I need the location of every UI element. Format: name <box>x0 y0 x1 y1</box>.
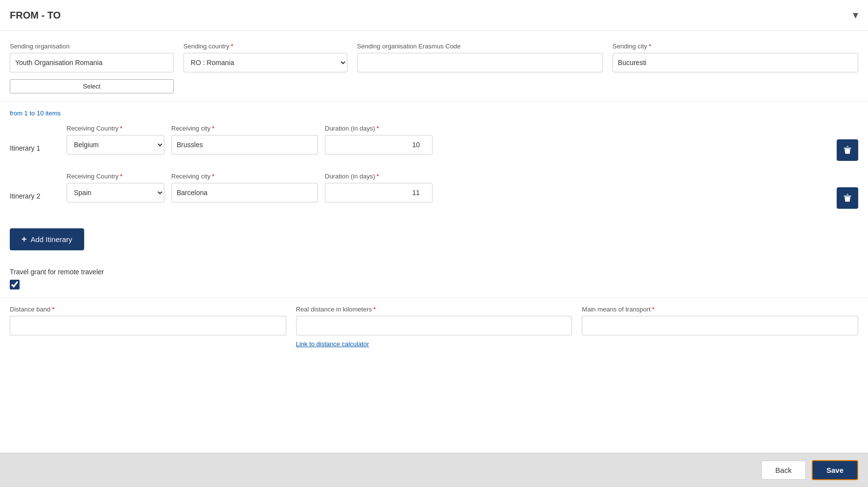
transport-label: Main means of transport* <box>582 306 858 313</box>
duration-group-1: Duration (in days)* <box>325 125 433 155</box>
sending-organisation-label: Sending organisation <box>10 43 174 50</box>
transport-input[interactable] <box>582 316 858 335</box>
trash-icon <box>843 193 852 203</box>
itinerary-2-fields: Receiving Country* Belgium Spain Romania… <box>67 173 829 202</box>
real-distance-label: Real distance in kilometers* <box>296 306 572 313</box>
add-itinerary-label: Add Itinerary <box>31 235 72 244</box>
travel-grant-checkbox[interactable] <box>10 280 20 289</box>
sending-city-label: Sending city* <box>613 43 858 50</box>
distance-band-input[interactable] <box>10 316 286 335</box>
sending-organisation-input[interactable] <box>10 53 174 72</box>
receiving-country-label-1: Receiving Country* <box>67 125 164 132</box>
travel-grant-checkbox-wrapper <box>10 280 858 289</box>
delete-itinerary-2-button[interactable] <box>837 187 858 209</box>
chevron-down-icon: ▾ <box>853 9 858 22</box>
itinerary-1-fields: Receiving Country* Belgium Spain Romania… <box>67 125 829 155</box>
sending-organisation-group: Sending organisation Select <box>10 43 174 93</box>
sending-country-group: Sending country* RO : Romania BE : Belgi… <box>183 43 347 72</box>
from-to-section-header[interactable]: FROM - TO ▾ <box>0 0 868 31</box>
add-itinerary-section: + Add Itinerary <box>0 224 868 260</box>
travel-grant-section: Travel grant for remote traveler <box>0 260 868 297</box>
footer-bar: Back Save <box>0 453 868 487</box>
distance-calculator-link[interactable]: Link to distance calculator <box>296 340 572 348</box>
trash-icon <box>843 145 852 155</box>
receiving-country-group-1: Receiving Country* Belgium Spain Romania… <box>67 125 164 155</box>
add-itinerary-button[interactable]: + Add Itinerary <box>10 228 84 250</box>
travel-grant-label: Travel grant for remote traveler <box>10 268 858 276</box>
sending-form-section: Sending organisation Select Sending coun… <box>0 31 868 102</box>
duration-group-2: Duration (in days)* <box>325 173 433 202</box>
distance-band-group: Distance band* <box>10 306 286 335</box>
receiving-city-label-2: Receiving city* <box>171 173 318 180</box>
itinerary-label-2: Itinerary 2 <box>10 173 59 200</box>
receiving-city-label-1: Receiving city* <box>171 125 318 132</box>
itinerary-row-1: Itinerary 1 Receiving Country* Belgium S… <box>10 125 858 161</box>
receiving-city-input-2[interactable] <box>171 183 318 202</box>
duration-input-1[interactable] <box>325 135 433 155</box>
sending-country-select[interactable]: RO : Romania BE : Belgium ES : Spain FR … <box>183 53 347 72</box>
sending-city-group: Sending city* <box>613 43 858 72</box>
select-button[interactable]: Select <box>10 79 174 93</box>
sending-erasmus-input[interactable] <box>357 53 603 72</box>
receiving-country-group-2: Receiving Country* Belgium Spain Romania… <box>67 173 164 202</box>
receiving-country-label-2: Receiving Country* <box>67 173 164 180</box>
receiving-city-input-1[interactable] <box>171 135 318 155</box>
receiving-city-group-2: Receiving city* <box>171 173 318 202</box>
duration-label-1: Duration (in days)* <box>325 125 433 132</box>
plus-icon: + <box>22 234 27 244</box>
save-button[interactable]: Save <box>812 460 858 480</box>
receiving-country-select-2[interactable]: Belgium Spain Romania France Germany <box>67 183 164 202</box>
real-distance-input[interactable] <box>296 316 572 335</box>
back-button[interactable]: Back <box>761 461 806 480</box>
delete-itinerary-1-button[interactable] <box>837 139 858 161</box>
distance-band-label: Distance band* <box>10 306 286 313</box>
receiving-city-group-1: Receiving city* <box>171 125 318 155</box>
from-to-title: FROM - TO <box>10 10 61 21</box>
sending-city-input[interactable] <box>613 53 858 72</box>
sending-country-label: Sending country* <box>183 43 347 50</box>
receiving-country-select-1[interactable]: Belgium Spain Romania France Germany <box>67 135 164 155</box>
itinerary-section: Itinerary 1 Receiving Country* Belgium S… <box>0 121 868 224</box>
sending-erasmus-label: Sending organisation Erasmus Code <box>357 43 603 50</box>
sending-erasmus-group: Sending organisation Erasmus Code <box>357 43 603 72</box>
items-info: from 1 to 10 items <box>0 102 868 121</box>
duration-label-2: Duration (in days)* <box>325 173 433 180</box>
bottom-fields-section: Distance band* Real distance in kilomete… <box>0 297 868 352</box>
itinerary-label-1: Itinerary 1 <box>10 125 59 152</box>
transport-group: Main means of transport* <box>582 306 858 335</box>
real-distance-group: Real distance in kilometers* Link to dis… <box>296 306 572 348</box>
itinerary-row-2: Itinerary 2 Receiving Country* Belgium S… <box>10 173 858 209</box>
duration-input-2[interactable] <box>325 183 433 202</box>
